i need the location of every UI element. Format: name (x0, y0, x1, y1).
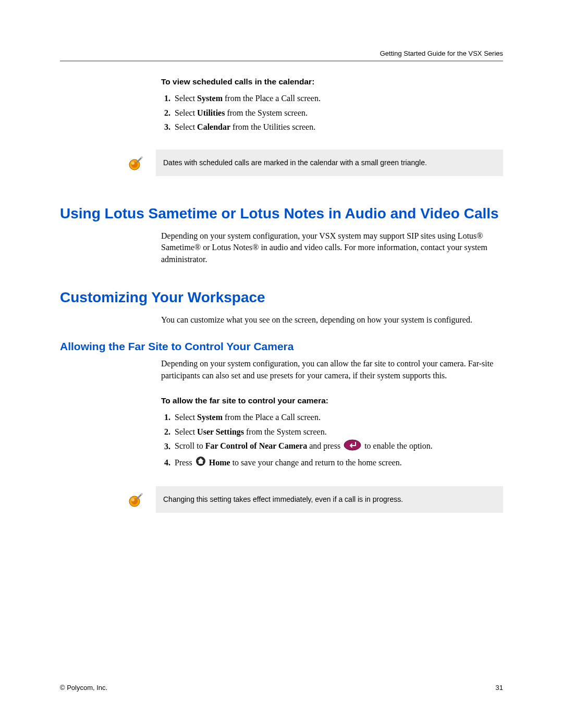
heading-level-2: Allowing the Far Site to Control Your Ca… (60, 340, 503, 353)
svg-point-3 (141, 156, 143, 158)
note-icon-wrap (128, 486, 156, 510)
note-block: Changing this setting takes effect immed… (128, 486, 503, 513)
body-paragraph: You can customize what you see on the sc… (161, 314, 503, 326)
step-item: Scroll to Far Control of Near Camera and… (173, 439, 503, 455)
note-block: Dates with scheduled calls are marked in… (128, 150, 503, 177)
svg-point-9 (141, 493, 143, 495)
step-item: Press Home to save your change and retur… (173, 456, 503, 471)
step-item: Select Utilities from the System screen. (173, 106, 503, 120)
svg-point-2 (131, 162, 134, 165)
note-text: Dates with scheduled calls are marked in… (156, 150, 503, 177)
svg-point-8 (131, 498, 134, 501)
running-header: Getting Started Guide for the VSX Series (60, 50, 503, 57)
page-footer: © Polycom, Inc. 31 (60, 684, 503, 692)
page: Getting Started Guide for the VSX Series… (0, 0, 563, 728)
heading-level-1: Customizing Your Workspace (60, 289, 503, 306)
body-block: You can customize what you see on the sc… (161, 314, 503, 326)
footer-copyright: © Polycom, Inc. (60, 684, 107, 692)
heading-level-1: Using Lotus Sametime or Lotus Notes in A… (60, 205, 503, 223)
procedure-block-1: To view scheduled calls in the calendar:… (161, 77, 503, 134)
note-icon-wrap (128, 150, 156, 174)
step-item: Select Calendar from the Utilities scree… (173, 120, 503, 134)
footer-page-number: 31 (496, 684, 503, 692)
step-item: Select System from the Place a Call scre… (173, 411, 503, 424)
body-block: Depending on your system configuration, … (161, 230, 503, 265)
note-text: Changing this setting takes effect immed… (156, 486, 503, 513)
step-list: Select System from the Place a Call scre… (161, 411, 503, 471)
procedure-heading: To view scheduled calls in the calendar: (161, 77, 503, 87)
body-paragraph: Depending on your system configuration, … (161, 358, 503, 381)
header-rule (60, 60, 503, 61)
pushpin-icon (128, 156, 143, 171)
enter-button-icon (344, 439, 361, 455)
pushpin-icon (128, 492, 143, 508)
step-item: Select User Settings from the System scr… (173, 425, 503, 439)
body-block: Depending on your system configuration, … (161, 358, 503, 471)
body-paragraph: Depending on your system configuration, … (161, 230, 503, 265)
step-list: Select System from the Place a Call scre… (161, 92, 503, 134)
procedure-heading: To allow the far site to control your ca… (161, 396, 503, 405)
step-item: Select System from the Place a Call scre… (173, 92, 503, 105)
home-button-icon (195, 456, 206, 471)
